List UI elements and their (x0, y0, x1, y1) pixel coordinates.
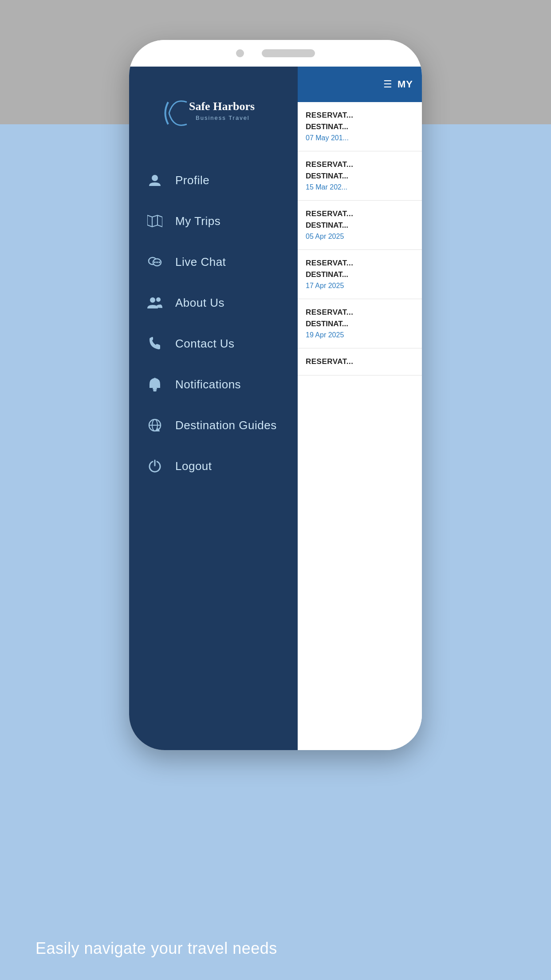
svg-point-10 (158, 261, 160, 263)
reservation-date-3: 17 Apr 2025 (306, 282, 414, 290)
sidebar-item-live-chat[interactable]: Live Chat (129, 241, 298, 282)
header-bar: ☰ MY (298, 67, 422, 102)
reservations-list: RESERVAT... DESTINAT... 07 May 201... RE… (298, 102, 422, 750)
my-label: MY (398, 79, 413, 90)
phone-speaker (262, 49, 315, 57)
sidebar-item-destination-guides[interactable]: Destination Guides (129, 405, 298, 446)
reservation-dest-0: DESTINAT... (306, 122, 414, 131)
hamburger-icon[interactable]: ☰ (383, 79, 392, 90)
svg-point-2 (152, 175, 158, 181)
sidebar-item-about-us[interactable]: About Us (129, 282, 298, 323)
reservation-title-5: RESERVAT... (306, 357, 414, 366)
tagline-bar: Easily navigate your travel needs (0, 917, 551, 980)
svg-point-8 (154, 261, 156, 263)
people-icon (147, 295, 163, 311)
live-chat-label: Live Chat (175, 255, 226, 269)
phone-camera (236, 49, 244, 57)
sidebar-item-my-trips[interactable]: My Trips (129, 201, 298, 241)
reservation-item-1[interactable]: RESERVAT... DESTINAT... 15 Mar 202... (298, 151, 422, 201)
reservation-title-2: RESERVAT... (306, 209, 414, 218)
reservation-item-5[interactable]: RESERVAT... (298, 348, 422, 375)
svg-rect-13 (153, 388, 157, 390)
tagline-text: Easily navigate your travel needs (35, 939, 277, 957)
svg-text:Business Travel: Business Travel (196, 115, 250, 121)
profile-label: Profile (175, 174, 209, 187)
sidebar-item-notifications[interactable]: Notifications (129, 364, 298, 405)
logout-label: Logout (175, 459, 212, 473)
svg-marker-3 (147, 215, 162, 227)
reservation-date-2: 05 Apr 2025 (306, 233, 414, 241)
reservation-title-4: RESERVAT... (306, 308, 414, 317)
svg-point-12 (156, 297, 161, 302)
contact-us-label: Contact Us (175, 337, 235, 351)
reservation-dest-2: DESTINAT... (306, 221, 414, 230)
phone-top-bar (129, 40, 422, 67)
sidebar-item-logout[interactable]: Logout (129, 446, 298, 486)
notifications-label: Notifications (175, 378, 241, 391)
reservation-title-0: RESERVAT... (306, 111, 414, 120)
sidebar-item-profile[interactable]: Profile (129, 160, 298, 201)
reservation-title-1: RESERVAT... (306, 160, 414, 169)
map-icon (147, 213, 163, 229)
svg-point-11 (150, 297, 155, 303)
destination-guides-label: Destination Guides (175, 419, 277, 432)
bell-icon (147, 376, 163, 392)
phone-icon (147, 336, 163, 352)
phone-frame: Safe Harbors Business Travel (129, 40, 422, 750)
chat-icon (147, 254, 163, 270)
reservation-item-4[interactable]: RESERVAT... DESTINAT... 19 Apr 2025 (298, 299, 422, 348)
sidebar-item-contact-us[interactable]: Contact Us (129, 323, 298, 364)
reservation-item-3[interactable]: RESERVAT... DESTINAT... 17 Apr 2025 (298, 250, 422, 299)
reservation-dest-4: DESTINAT... (306, 320, 414, 328)
reservation-dest-3: DESTINAT... (306, 270, 414, 279)
reservation-date-0: 07 May 201... (306, 134, 414, 142)
svg-text:Safe Harbors: Safe Harbors (189, 100, 255, 113)
logo-wrap: Safe Harbors Business Travel (160, 93, 267, 133)
reservation-date-4: 19 Apr 2025 (306, 331, 414, 339)
svg-point-14 (153, 390, 157, 391)
person-icon (147, 172, 163, 188)
reservation-item-2[interactable]: RESERVAT... DESTINAT... 05 Apr 2025 (298, 201, 422, 250)
app-content: Safe Harbors Business Travel (129, 67, 422, 750)
power-icon (147, 458, 163, 474)
globe-icon (147, 417, 163, 433)
right-panel: ☰ MY RESERVAT... DESTINAT... 07 May 201.… (298, 67, 422, 750)
nav-items: Profile My Trips (129, 155, 298, 486)
reservation-dest-1: DESTINAT... (306, 172, 414, 181)
logo-area: Safe Harbors Business Travel (129, 67, 298, 155)
svg-point-9 (156, 261, 158, 263)
reservation-date-1: 15 Mar 202... (306, 183, 414, 191)
reservation-title-3: RESERVAT... (306, 259, 414, 268)
app-logo: Safe Harbors Business Travel (160, 93, 267, 133)
my-trips-label: My Trips (175, 214, 220, 228)
page-background: Safe Harbors Business Travel (0, 0, 551, 980)
about-us-label: About Us (175, 296, 224, 310)
reservation-item-0[interactable]: RESERVAT... DESTINAT... 07 May 201... (298, 102, 422, 151)
sidebar: Safe Harbors Business Travel (129, 67, 298, 750)
